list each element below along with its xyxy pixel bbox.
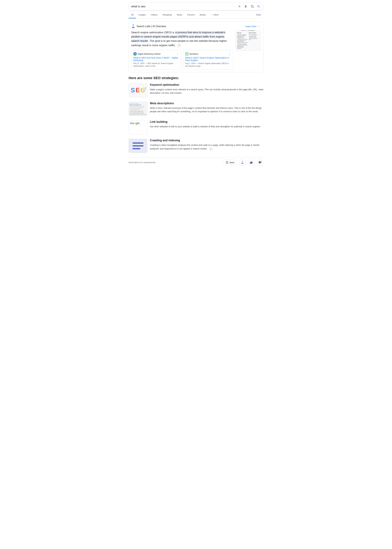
seo-letter-e: E bbox=[135, 87, 140, 94]
ai-image-block: WHAT IS SEO? SEO IS: • A way to improve … bbox=[236, 30, 261, 70]
seo-is-not-item-2: • Tricks to make Google like you bbox=[249, 36, 259, 38]
source-card-header-backlinko: B Backlinko ⋮ bbox=[185, 52, 231, 56]
social-seo-icon bbox=[244, 50, 245, 51]
meta-content: Meta descriptions Write a short, relevan… bbox=[150, 102, 263, 113]
tab-news[interactable]: News bbox=[174, 12, 185, 18]
tab-tools[interactable]: Tools bbox=[253, 12, 263, 18]
dmi-source-title: What Is SEO And How Does It Work? - Digi… bbox=[133, 57, 179, 62]
dmi-favicon: D bbox=[133, 52, 137, 56]
ai-menu-dots[interactable]: ⋮ bbox=[258, 25, 261, 28]
h-line-2 bbox=[133, 145, 143, 146]
thumbs-down-button[interactable] bbox=[257, 159, 263, 166]
ai-overview-section: Search Labs | AI Overview Learn more ⋮ S… bbox=[129, 22, 263, 72]
meta-desc-title-label: Meta Description ✏ bbox=[130, 104, 146, 106]
tab-more[interactable]: ⋮ More bbox=[208, 12, 221, 18]
crawling-image bbox=[129, 139, 147, 153]
ai-main-paragraph: Search engine optimization (SEO) is a pr… bbox=[131, 30, 233, 48]
backlinko-favicon: B bbox=[185, 52, 189, 56]
dmi-source-snippet: Feb 27, 2024 — SEO stands for 'Search En… bbox=[133, 62, 179, 67]
ai-text-before: Search engine optimization (SEO) is bbox=[131, 31, 175, 34]
link-desc: Get other websites to link to your websi… bbox=[150, 125, 263, 128]
source-name-group-backlinko: B Backlinko bbox=[185, 52, 198, 56]
strategies-heading: Here are some SEO strategies: bbox=[129, 76, 263, 80]
svg-point-1 bbox=[244, 51, 245, 51]
source-card-backlinko[interactable]: B Backlinko ⋮ What is SEO? Search Engine… bbox=[183, 50, 233, 70]
ai-overview-title: Search Labs | AI Overview bbox=[137, 25, 166, 28]
voice-search-button[interactable] bbox=[244, 4, 248, 9]
ai-title-group: Search Labs | AI Overview bbox=[131, 24, 166, 29]
meta-bar-3 bbox=[130, 109, 140, 110]
backlinko-source-title: What is SEO? Search Engine Optimization … bbox=[185, 57, 231, 62]
search-button[interactable] bbox=[257, 4, 261, 8]
tab-books[interactable]: Books bbox=[197, 12, 208, 18]
seo-is-not-item-3: • A one-and-done deal bbox=[249, 38, 259, 40]
dmi-source-name: Digital Marketing Institute bbox=[138, 53, 161, 55]
ai-text-block: Search engine optimization (SEO) is a pr… bbox=[131, 30, 233, 70]
source-name-group-dmi: D Digital Marketing Institute bbox=[133, 52, 161, 56]
backlinko-source-menu[interactable]: ⋮ bbox=[228, 52, 231, 56]
seo-is-not-col: SEO IS NOT: • An overnight fix • Tricks … bbox=[249, 32, 259, 49]
ai-learn-more[interactable]: Learn more ⋮ bbox=[245, 25, 261, 28]
link-content: Link building Get other websites to link… bbox=[150, 120, 263, 128]
tab-videos[interactable]: Videos bbox=[148, 12, 160, 18]
meta-title: Meta descriptions bbox=[150, 102, 263, 105]
seo-table: SEO IS: • A way to improve your quality … bbox=[237, 32, 259, 49]
search-bar-wrapper: what is seo bbox=[126, 0, 266, 12]
strategy-crawling: Crawling and indexing Crawling is when G… bbox=[129, 139, 263, 153]
nav-tabs: All Images Videos Shopping News Forums B… bbox=[126, 12, 266, 19]
backlinko-source-snippet: Aug 1, 2024 — Search engine optimization… bbox=[185, 62, 231, 67]
ai-footer: Generative AI is experimental. Save bbox=[129, 157, 263, 166]
meta-image: a meta description Meta Description ✏ A … bbox=[129, 102, 147, 116]
collapse-button[interactable] bbox=[177, 43, 182, 48]
meta-bar-1 bbox=[130, 106, 145, 107]
ai-overview-header: Search Labs | AI Overview Learn more ⋮ bbox=[131, 24, 261, 29]
save-label: Save bbox=[229, 161, 234, 164]
save-button[interactable]: Save bbox=[223, 160, 237, 165]
link-image: Google bbox=[129, 120, 147, 134]
seo-is-not-label: SEO IS NOT: bbox=[249, 32, 259, 34]
strategy-link: Google Link building Get other websites … bbox=[129, 120, 263, 134]
h-line-1 bbox=[133, 142, 143, 144]
keyword-image: S E O 📈 bbox=[129, 83, 147, 97]
footer-actions: Save bbox=[223, 159, 263, 166]
social-seo-brand: SocialSEO bbox=[244, 50, 253, 51]
more-dots-icon: ⋮ bbox=[211, 14, 213, 16]
search-bar: what is seo bbox=[129, 2, 263, 10]
expand-crawling-button[interactable] bbox=[209, 147, 213, 151]
crawling-title: Crawling and indexing bbox=[150, 139, 263, 142]
seo-chart-icon: 📈 bbox=[142, 87, 147, 91]
tab-images[interactable]: Images bbox=[136, 12, 148, 18]
thumbs-down-icon bbox=[259, 161, 262, 164]
dmi-source-menu[interactable]: ⋮ bbox=[176, 52, 179, 56]
flask-feedback-button[interactable] bbox=[239, 159, 246, 166]
thumbs-up-button[interactable] bbox=[248, 159, 255, 166]
keyword-content: Keyword optimization Make a page's conte… bbox=[150, 83, 263, 95]
crawling-visual bbox=[133, 142, 143, 149]
seo-is-col: SEO IS: • A way to improve your quality … bbox=[237, 32, 248, 49]
seo-is-item-1: • A way to improve your quality traffic,… bbox=[237, 34, 248, 38]
google-logo-text: Google bbox=[130, 122, 140, 125]
tab-shopping[interactable]: Shopping bbox=[160, 12, 174, 18]
strategy-meta: a meta description Meta Description ✏ A … bbox=[129, 102, 263, 116]
source-card-dmi[interactable]: D Digital Marketing Institute ⋮ What Is … bbox=[131, 50, 181, 70]
meta-url-bar: a meta description bbox=[130, 103, 146, 104]
lens-button[interactable] bbox=[250, 4, 254, 9]
search-input[interactable]: what is seo bbox=[131, 5, 236, 8]
social-seo-text: SocialSEO bbox=[246, 51, 253, 51]
clear-button[interactable] bbox=[238, 5, 241, 8]
link-building-visual: Google bbox=[129, 120, 147, 134]
ai-disclaimer: Generative AI is experimental. bbox=[129, 161, 156, 164]
strategy-keyword: S E O 📈 Keyword optimization Make a page… bbox=[129, 83, 263, 97]
search-icons bbox=[238, 4, 261, 9]
crawling-content: Crawling and indexing Crawling is when G… bbox=[150, 139, 263, 151]
source-card-header-dmi: D Digital Marketing Institute ⋮ bbox=[133, 52, 179, 56]
meta-desc-visual: a meta description Meta Description ✏ A … bbox=[129, 102, 147, 116]
backlinko-source-name: Backlinko bbox=[189, 53, 198, 55]
seo-image-title: WHAT IS SEO? bbox=[241, 30, 256, 31]
tab-all[interactable]: All bbox=[129, 12, 136, 18]
tab-forums[interactable]: Forums bbox=[185, 12, 197, 18]
seo-is-label: SEO IS: bbox=[237, 32, 248, 34]
seo-is-not-item-1: • An overnight fix bbox=[249, 34, 259, 35]
link-title: Link building bbox=[150, 120, 263, 123]
crawling-desc: Crawling is when Googlebot analyzes the … bbox=[150, 143, 263, 151]
